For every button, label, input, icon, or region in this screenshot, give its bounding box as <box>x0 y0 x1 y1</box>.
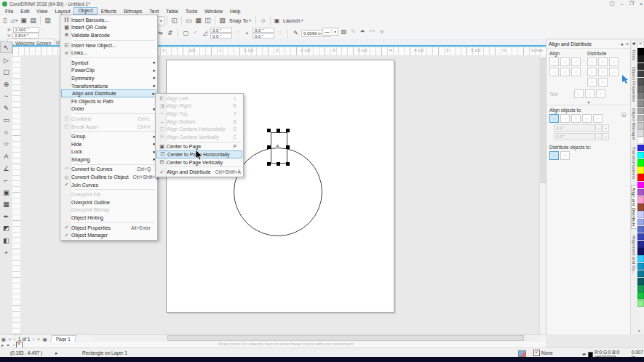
color-swatch[interactable] <box>637 63 644 71</box>
ellipse-tool[interactable]: ○ <box>1 127 12 137</box>
object-menu-item-validate-barcode[interactable]: ⊕Validate Barcode <box>61 31 156 39</box>
text-bounding-box-button[interactable] <box>596 89 605 98</box>
restore-button[interactable]: ❐ <box>629 1 634 7</box>
zoom-tool[interactable]: ⊕ <box>1 79 12 89</box>
color-swatch[interactable] <box>637 270 644 278</box>
color-swatch[interactable] <box>637 204 644 211</box>
color-swatch[interactable] <box>637 219 644 226</box>
color-swatch[interactable] <box>637 152 644 159</box>
menu-tools[interactable]: Tools <box>182 8 201 15</box>
last-page-icon[interactable]: » <box>37 337 39 341</box>
menu-window[interactable]: Window <box>201 8 226 15</box>
color-swatch[interactable] <box>637 292 644 299</box>
statusbar-flyout-icon[interactable]: ▸ <box>55 350 57 356</box>
color-swatch[interactable] <box>637 166 644 174</box>
spin-down-icon[interactable]: ▾ <box>603 124 609 132</box>
color-swatch[interactable] <box>637 211 644 218</box>
round-corner-button[interactable]: ▢ <box>182 29 190 37</box>
color-swatch[interactable] <box>637 189 644 196</box>
align-left-button[interactable] <box>549 57 559 66</box>
color-swatch[interactable] <box>637 129 644 137</box>
distribute-spacing-v-button[interactable] <box>587 78 597 87</box>
save-button[interactable]: ▣ <box>19 16 28 25</box>
align-top-button[interactable] <box>549 68 559 76</box>
corner-radius-bottom-left-field[interactable]: 0.0 " <box>210 33 232 39</box>
wrap-text-button[interactable]: ▨ <box>340 28 348 36</box>
docker-tab-alignment-and-dy[interactable]: Alignment and Dy... <box>632 236 637 275</box>
spinner-icons[interactable]: ∷ <box>234 29 242 37</box>
spinner-icons[interactable]: ∷ <box>276 29 284 37</box>
menu-view[interactable]: View <box>33 8 51 15</box>
docker-tab-object-properties[interactable]: Object Properties <box>632 67 637 102</box>
page-sorter-icon[interactable]: ▦ <box>1 337 6 342</box>
color-swatch[interactable] <box>637 263 644 270</box>
corner-radius-top-left-field[interactable]: 0.0 " <box>210 28 232 33</box>
fill-status[interactable]: None <box>533 350 553 356</box>
object-menu-item-symmetry[interactable]: Symmetry▸ <box>61 74 156 82</box>
interactive-fill-tool[interactable]: ◩ <box>1 223 12 233</box>
selection-handle[interactable] <box>267 145 271 149</box>
selection-handle[interactable] <box>277 129 280 132</box>
tab-untitled-fragment[interactable]: U <box>56 40 60 45</box>
color-swatch[interactable] <box>637 137 644 144</box>
docker-collapse-icon[interactable]: ◂ <box>620 41 623 47</box>
object-menu-item-insert-new-object[interactable]: ◱Insert New Object... <box>61 41 156 49</box>
distribute-right-button[interactable] <box>587 68 597 76</box>
lock-corners-button[interactable]: ▪ <box>243 29 251 37</box>
menu-object[interactable]: Object <box>73 7 97 15</box>
color-swatch[interactable] <box>637 226 644 233</box>
crop-tool[interactable]: ▢ <box>1 67 12 77</box>
color-swatch[interactable] <box>637 71 644 78</box>
object-menu-item-object-manager[interactable]: ✓Object Manager <box>61 231 156 239</box>
close-button[interactable]: × <box>640 1 643 7</box>
align-bottom-button[interactable] <box>571 68 581 76</box>
object-menu-item-convert-to-curves[interactable]: ◠Convert to CurvesCtrl+Q <box>61 166 156 174</box>
object-menu-item-join-curves[interactable]: ✓Join Curves <box>61 181 156 189</box>
freehand-tool[interactable]: ～ <box>1 91 12 101</box>
align-to-active-objects-button[interactable] <box>549 114 559 123</box>
previous-page-icon[interactable]: ‹ <box>14 337 15 341</box>
object-menu-item-group[interactable]: Group▸ <box>61 132 156 140</box>
selection-handle[interactable] <box>267 162 271 166</box>
color-swatch[interactable] <box>637 182 644 189</box>
horizontal-scrollbar-thumb[interactable] <box>167 335 524 341</box>
docker-section-collapse[interactable]: ▲ <box>546 100 631 105</box>
menu-effects[interactable]: Effects <box>98 8 120 15</box>
smart-fill-tool[interactable]: ◧ <box>1 236 12 246</box>
color-eyedropper-tool[interactable]: ✒ <box>1 212 12 222</box>
scalloped-corner-button[interactable]: ◜ <box>191 29 199 37</box>
dimension-tool[interactable]: ∠ <box>1 164 12 174</box>
object-menu-item-transformations[interactable]: Transformations▸ <box>61 82 156 90</box>
next-page-icon[interactable]: › <box>33 337 34 341</box>
object-menu-item-convert-outline-to-object[interactable]: ◇Convert Outline to ObjectCtrl+Shift+Q <box>61 173 156 181</box>
color-swatch[interactable] <box>637 174 644 181</box>
color-swatch[interactable] <box>637 115 644 122</box>
color-swatch[interactable] <box>637 248 644 255</box>
color-swatch[interactable] <box>637 55 644 63</box>
add-page-icon[interactable]: ▦ <box>43 337 47 342</box>
menu-edit[interactable]: Edit <box>17 8 33 15</box>
outline-style-dropdown[interactable]: — ▾ <box>322 28 338 36</box>
spin-up-icon[interactable]: ▴ <box>595 133 602 140</box>
align-center-v-button[interactable] <box>560 68 570 76</box>
align-center-h-button[interactable] <box>560 57 570 66</box>
add-tools-tool[interactable]: + <box>1 248 12 258</box>
distribute-spacing-h-button[interactable] <box>609 57 619 66</box>
distribute-bottom-button[interactable] <box>598 78 608 87</box>
text-last-baseline-button[interactable] <box>585 89 595 98</box>
distribute-center-h-button[interactable] <box>598 57 608 66</box>
color-swatch[interactable] <box>637 122 644 129</box>
x-position-field[interactable]: 2.003 " <box>13 27 39 33</box>
menu-layout[interactable]: Layout <box>51 8 73 15</box>
menu-table[interactable]: Table <box>162 8 182 15</box>
docpal-eyedropper-icon[interactable]: ✒ <box>7 342 10 347</box>
object-menu-item-links[interactable]: ∞Links... <box>61 49 156 57</box>
distribute-to-extent-of-page-button[interactable] <box>560 151 570 160</box>
align-offset-x-field[interactable]: 2.0 " <box>554 124 595 132</box>
launch-dropdown[interactable]: Launch ▾ <box>281 18 305 23</box>
color-swatch[interactable] <box>637 278 644 285</box>
docker-tab-transformations[interactable]: Transformations <box>632 147 637 179</box>
color-swatch[interactable] <box>637 285 644 292</box>
object-menu-item-insert-barcode[interactable]: ∥∥Insert Barcode... <box>61 16 156 24</box>
palette-scroll-down-icon[interactable]: ▾ <box>638 329 640 333</box>
